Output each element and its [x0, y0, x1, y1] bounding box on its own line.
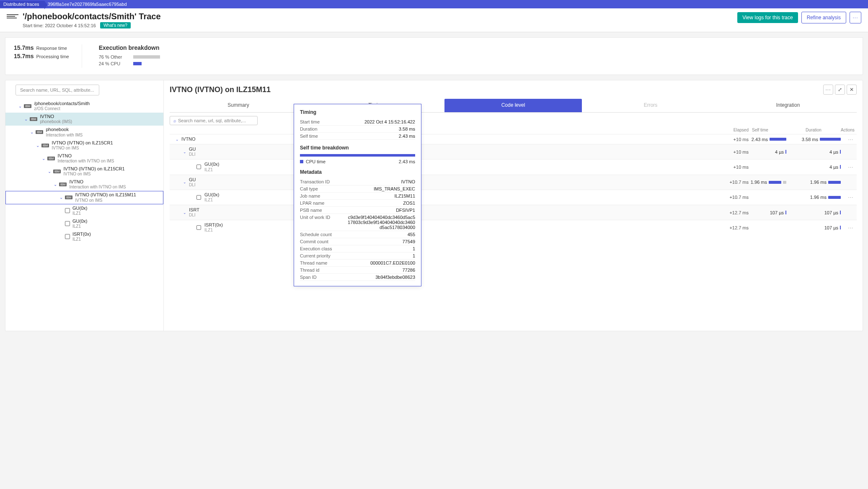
row-name: GU(0x): [204, 192, 723, 198]
tech-badge: IBM: [59, 183, 67, 186]
expand-button[interactable]: ⤢: [835, 85, 845, 95]
code-row[interactable]: ⌄IVTNO+10 ms2.43 ms3.58 ms···: [170, 134, 857, 144]
tree-item[interactable]: ⌄IBM/phonebook/contacts/Smithz/OS Connec…: [5, 100, 163, 113]
tree-search-input[interactable]: Search name, URL, SQL, attribute...: [16, 85, 99, 95]
processing-time-label: Processing time: [36, 54, 69, 59]
view-logs-button[interactable]: View logs for this trace: [737, 12, 798, 23]
tree-item[interactable]: GU(0x)ILZ1: [5, 204, 163, 217]
chevron-down-icon: ⌄: [47, 169, 52, 174]
whats-new-button[interactable]: What's new?: [100, 22, 131, 28]
tab-summary[interactable]: Summary: [170, 99, 307, 112]
meta-value: 000001C7.ED2E0100: [370, 260, 415, 265]
tree-item-name: IVTNO: [69, 179, 126, 185]
detail-title: IVTNO (IVTNO) on ILZ15M11: [170, 85, 271, 94]
cube-icon: [65, 221, 70, 226]
popup-stb-title: Self time breakdown: [300, 145, 415, 151]
row-actions[interactable]: ···: [841, 225, 853, 230]
tree-item[interactable]: ⌄IBMphonebookInteraction with IMS: [5, 126, 163, 139]
row-name: ISRT(0x): [204, 222, 723, 228]
row-duration: 4 µs: [786, 149, 841, 154]
col-actions: Actions: [841, 128, 853, 132]
tree-item[interactable]: GU(0x)ILZ1: [5, 217, 163, 230]
response-time-label: Response time: [36, 46, 67, 51]
meta-key: Span ID: [300, 275, 317, 280]
row-duration: 3.58 ms: [786, 137, 841, 142]
tech-badge: IBM: [24, 104, 31, 108]
tree-item-sub: IVTNO on IMS: [52, 146, 113, 151]
search-icon: ⌕: [173, 118, 176, 123]
row-sub: ILZ1: [204, 228, 723, 233]
tree-item-sub: ILZ1: [72, 224, 87, 229]
col-elapsed: Elapsed: [723, 128, 749, 132]
tree-item[interactable]: ⌄IBMIVTNO (IVTNO) on ILZ15CR1IVTNO on IM…: [5, 165, 163, 178]
row-self: 2.43 ms: [749, 137, 786, 142]
code-row[interactable]: ⌄ISRTDLI+12.7 ms107 µs107 µs: [170, 205, 857, 220]
more-icon: ···: [825, 87, 831, 93]
code-row[interactable]: ⌄GUDLI+10 ms4 µs4 µs: [170, 144, 857, 159]
detail-search-input[interactable]: ⌕ Search name, url, sql, attribute,...: [170, 116, 258, 125]
meta-key: Unit of work ID: [300, 215, 330, 230]
breadcrumb-root[interactable]: Distributed traces: [0, 1, 44, 8]
meta-value: 1: [413, 253, 415, 258]
tree-item-sub: IVTNO on IMS: [75, 198, 136, 203]
code-row[interactable]: ⌄GUDLI+10.7 ms1.96 ms1.96 ms: [170, 175, 857, 190]
code-table-header: Elapsed Self time Duration Actions: [170, 125, 857, 134]
trace-tree: ⌄IBM/phonebook/contacts/Smithz/OS Connec…: [5, 100, 163, 243]
row-duration: 1.96 ms: [786, 195, 841, 200]
code-row[interactable]: ISRT(0x)ILZ1+12.7 ms107 µs···: [170, 220, 857, 235]
row-sub: DLI: [189, 152, 723, 157]
meta-key: Schedule count: [300, 232, 332, 237]
meta-value: 455: [408, 232, 415, 237]
chevron-down-icon: ⌄: [59, 195, 63, 200]
chevron-down-icon: ⌄: [183, 150, 187, 154]
breakdown-title: Execution breakdown: [99, 44, 196, 51]
row-elapsed: +10 ms: [723, 165, 749, 170]
chevron-down-icon: ⌄: [18, 104, 22, 108]
more-menu-button[interactable]: ···: [850, 12, 861, 23]
meta-value: ILZ15M11: [394, 193, 415, 198]
row-actions[interactable]: ···: [841, 137, 853, 142]
tree-item[interactable]: ⌄IBMIVTNOInteraction with IVTNO on IMS: [5, 178, 163, 191]
popup-meta-title: Metadata: [300, 169, 415, 175]
col-duration: Duration: [786, 128, 841, 132]
tree-item[interactable]: ISRT(0x)ILZ1: [5, 230, 163, 243]
row-actions[interactable]: ···: [841, 165, 853, 170]
tree-item-name: phonebook: [46, 127, 83, 132]
row-sub: DLI: [189, 213, 723, 218]
start-time-label: Start time: 2022 October 4 15:52:16: [23, 23, 96, 28]
tree-item[interactable]: ⌄IBMIVTNOInteraction with IVTNO on IMS: [5, 152, 163, 165]
meta-value: 1: [413, 246, 415, 251]
row-elapsed: +10.7 ms: [723, 180, 749, 185]
tree-item-sub: Interaction with IVTNO on IMS: [57, 159, 114, 164]
row-actions[interactable]: ···: [841, 195, 853, 200]
code-row[interactable]: GU(0x)ILZ1+10.7 ms1.96 ms···: [170, 190, 857, 205]
row-name: IVTNO: [181, 136, 723, 142]
tree-item[interactable]: ⌄IBMIVTNOphonebook (IMS): [5, 113, 163, 126]
tech-badge: IBM: [47, 157, 55, 160]
tree-item-name: /phonebook/contacts/Smith: [34, 101, 90, 106]
tree-item[interactable]: ⌄IBMIVTNO (IVTNO) on ILZ15M11IVTNO on IM…: [5, 191, 163, 204]
tree-item[interactable]: ⌄IBMIVTNO (IVTNO) on ILZ15CR1IVTNO on IM…: [5, 139, 163, 152]
code-row[interactable]: GU(0x)ILZ1+10 ms4 µs···: [170, 159, 857, 174]
detail-more-button[interactable]: ···: [823, 85, 833, 95]
more-icon: ···: [852, 15, 858, 21]
tree-panel: Search name, URL, SQL, attribute... ⌄IBM…: [5, 80, 164, 331]
detail-panel: IVTNO (IVTNO) on ILZ15M11 ··· ⤢ ✕ Summar…: [164, 80, 863, 331]
tech-badge: IBM: [30, 117, 37, 121]
tab-integration[interactable]: Integration: [719, 99, 857, 112]
tech-badge: IBM: [53, 170, 61, 173]
cube-icon: [196, 195, 201, 200]
timing-popup: Timing Start time2022 Oct 4 15:52:16.422…: [294, 104, 421, 286]
more-icon: ···: [848, 195, 853, 200]
refine-button[interactable]: Refine analysis: [801, 12, 846, 23]
meta-key: LPAR name: [300, 201, 325, 206]
tree-item-name: GU(0x): [72, 206, 87, 211]
breadcrumb-id[interactable]: 396f8a1ee7e2027869fa5aaec6795abd: [44, 1, 132, 8]
chevron-down-icon: ⌄: [30, 130, 34, 134]
tree-item-name: IVTNO: [40, 114, 72, 119]
tab-code-level[interactable]: Code level: [444, 99, 582, 112]
row-name: GU: [189, 147, 723, 152]
col-self: Self time: [749, 128, 786, 132]
close-button[interactable]: ✕: [847, 85, 857, 95]
row-elapsed: +12.7 ms: [723, 210, 749, 215]
